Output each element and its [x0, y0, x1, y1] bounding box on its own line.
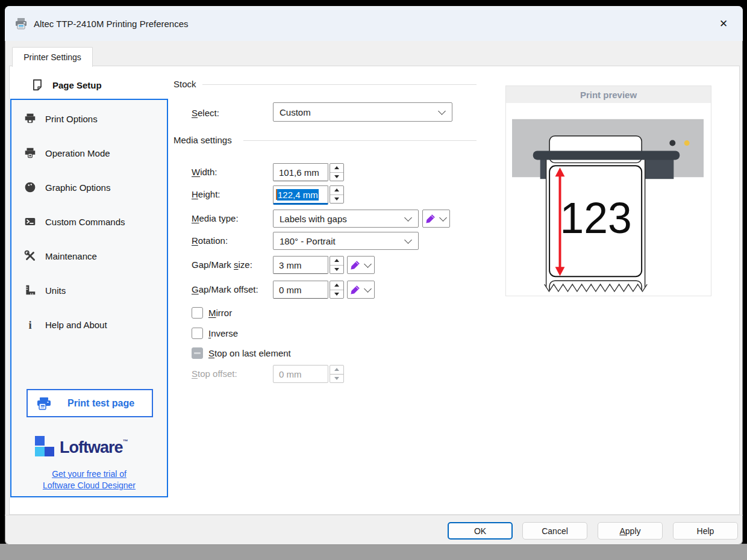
rotation-dropdown[interactable]: 180° - Portrait — [273, 232, 419, 250]
screen: { "window": { "title": "Altec TTP-2410M … — [0, 0, 747, 560]
rotation-value: 180° - Portrait — [280, 236, 405, 246]
loftware-logo: Loftware™ — [35, 435, 155, 460]
height-value-selected: 122,4 mm — [277, 189, 319, 201]
gap-size-edit-dropdown[interactable] — [347, 256, 375, 274]
trial-link[interactable]: Get your free trial of Loftware Cloud De… — [16, 468, 163, 491]
chevron-down-icon — [364, 285, 372, 293]
apply-button[interactable]: Apply — [598, 522, 663, 540]
spin-up-icon[interactable] — [330, 164, 343, 172]
height-spinner[interactable] — [330, 185, 344, 204]
sidebar-item-units[interactable]: Units — [11, 278, 164, 302]
media-type-label: Media type: — [192, 213, 239, 223]
window-title: Altec TTP-2410M Printing Preferences — [34, 19, 189, 29]
info-icon: i — [23, 318, 37, 331]
width-spinner[interactable] — [330, 163, 344, 181]
trial-link-line2[interactable]: Loftware Cloud Designer — [43, 481, 136, 490]
gap-size-spinner[interactable] — [330, 256, 344, 274]
gap-size-value: 3 mm — [279, 260, 302, 270]
media-type-dropdown[interactable]: Labels with gaps — [273, 210, 419, 228]
stop-offset-spinner — [330, 365, 344, 383]
chevron-down-icon — [404, 214, 412, 222]
ruler-icon — [23, 284, 37, 297]
gap-offset-label: Gap/Mark offset: — [192, 284, 258, 294]
gap-size-label: Gap/Mark size: — [192, 260, 252, 270]
loftware-logo-icon — [35, 435, 55, 458]
stop-last-label: Stop on last element — [208, 348, 291, 358]
width-label: Width: — [192, 167, 217, 177]
pencil-icon — [350, 284, 361, 295]
mirror-checkbox[interactable] — [192, 307, 203, 319]
width-value: 101,6 mm — [279, 167, 319, 178]
svg-text:i: i — [28, 319, 31, 331]
sidebar-item-label: Operation Mode — [45, 148, 110, 158]
pencil-icon — [425, 213, 436, 224]
stop-last-checkbox — [192, 347, 203, 359]
stop-offset-label: Stop offset: — [192, 369, 237, 379]
spin-down-icon[interactable] — [330, 265, 343, 274]
loftware-wordmark: Loftware™ — [60, 438, 128, 457]
stock-group-title: Stock — [173, 79, 196, 89]
sidebar-item-custom-commands[interactable]: Custom Commands — [11, 210, 164, 234]
sidebar-item-page-setup[interactable]: Page Setup — [19, 71, 167, 99]
help-button[interactable]: Help — [673, 522, 738, 540]
chevron-down-icon — [404, 236, 412, 244]
print-test-page-button[interactable]: Print test page — [27, 389, 153, 417]
gap-offset-input[interactable]: 0 mm — [273, 281, 328, 299]
trial-link-line1[interactable]: Get your free trial of — [52, 469, 127, 479]
stock-group-line — [202, 84, 477, 85]
sidebar-item-label: Help and About — [45, 320, 107, 330]
sidebar-item-print-options[interactable]: Print Options — [11, 107, 164, 131]
spin-up-icon[interactable] — [330, 257, 343, 265]
media-group-title: Media settings — [173, 135, 232, 145]
sidebar-item-graphic-options[interactable]: Graphic Options — [11, 175, 164, 199]
printer-settings-page: Page Setup Print Options — [9, 66, 740, 515]
stock-select-value: Custom — [280, 107, 439, 117]
media-group-line — [243, 140, 477, 141]
spin-down-icon — [330, 374, 343, 383]
mirror-label: Mirror — [208, 308, 232, 318]
sidebar-item-operation-mode[interactable]: Operation Mode — [11, 141, 164, 165]
spin-up-icon — [330, 366, 343, 374]
printer-icon — [23, 112, 37, 125]
inverse-checkbox-row[interactable]: Inverse — [192, 328, 238, 339]
sidebar-item-label: Print Options — [45, 114, 98, 124]
sidebar-item-maintenance[interactable]: Maintenance — [11, 244, 164, 268]
spin-down-icon[interactable] — [330, 290, 343, 299]
print-test-page-label: Print test page — [67, 398, 134, 409]
spin-up-icon[interactable] — [330, 281, 343, 290]
printing-preferences-dialog: Altec TTP-2410M Printing Preferences ✕ P… — [5, 6, 743, 545]
tab-printer-settings[interactable]: Printer Settings — [12, 47, 93, 67]
print-preview-panel: Print preview — [505, 86, 711, 296]
page-icon — [31, 78, 44, 92]
spin-up-icon[interactable] — [330, 186, 343, 194]
height-input[interactable]: 122,4 mm — [273, 185, 328, 205]
gap-size-input[interactable]: 3 mm — [273, 256, 328, 274]
height-label: Height: — [192, 189, 220, 199]
console-icon — [23, 215, 37, 228]
sidebar-item-help-about[interactable]: i Help and About — [11, 313, 164, 337]
media-type-edit-dropdown[interactable] — [422, 210, 450, 228]
printer-blue-icon — [36, 396, 52, 411]
tools-icon — [23, 249, 37, 263]
stop-offset-input: 0 mm — [273, 365, 328, 383]
media-type-value: Labels with gaps — [280, 214, 405, 224]
ok-button[interactable]: OK — [448, 522, 513, 540]
stop-offset-value: 0 mm — [279, 369, 302, 379]
stock-select-dropdown[interactable]: Custom — [273, 102, 452, 122]
sidebar-item-label: Maintenance — [45, 251, 97, 261]
mirror-checkbox-row[interactable]: Mirror — [192, 307, 232, 319]
spin-down-icon[interactable] — [330, 172, 343, 181]
inverse-checkbox[interactable] — [192, 328, 203, 339]
gap-offset-spinner[interactable] — [330, 281, 344, 299]
printer-mode-icon — [23, 146, 37, 160]
width-input[interactable]: 101,6 mm — [273, 163, 328, 181]
spin-down-icon[interactable] — [330, 194, 343, 204]
select-label: Select: — [192, 108, 219, 118]
sidebar-item-label: Custom Commands — [45, 217, 125, 227]
gap-offset-edit-dropdown[interactable] — [347, 281, 375, 299]
cancel-button[interactable]: Cancel — [522, 522, 587, 540]
sidebar-item-label: Page Setup — [52, 80, 102, 90]
titlebar: Altec TTP-2410M Printing Preferences ✕ — [5, 6, 743, 41]
inverse-label: Inverse — [208, 328, 238, 338]
close-icon[interactable]: ✕ — [714, 14, 733, 33]
